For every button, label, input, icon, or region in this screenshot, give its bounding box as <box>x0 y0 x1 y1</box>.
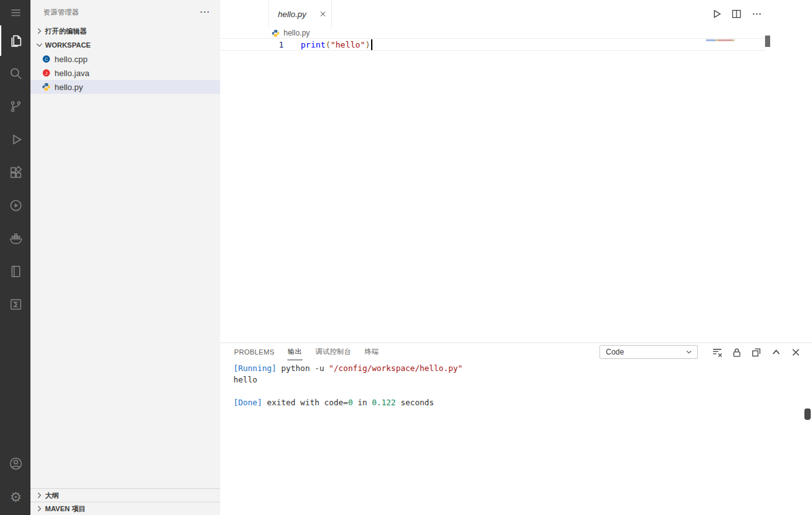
output-line: [Done] exited with code=0 in 0.122 secon… <box>233 397 812 408</box>
breadcrumb: hello.py <box>220 28 812 38</box>
file-row-hello-cpp[interactable]: C hello.cpp <box>30 52 220 66</box>
notebook-icon[interactable] <box>0 256 30 287</box>
cpp-file-icon: C <box>42 55 51 63</box>
output-segment: "/config/workspace/hello.py" <box>329 363 463 373</box>
code-line-1: 1 print("hello") <box>220 38 766 51</box>
svg-text:C: C <box>44 57 48 62</box>
explorer-sidebar: 资源管理器 ⋯ 打开的编辑器 WORKSPACE C hello.cpp J h… <box>30 0 220 515</box>
close-icon[interactable] <box>318 10 327 18</box>
output-line: [Running] python -u "/config/workspace/h… <box>233 363 812 374</box>
output-segment: seconds <box>396 398 434 407</box>
panel-actions <box>711 343 802 361</box>
chevron-down-icon <box>34 40 44 50</box>
minimap <box>706 39 735 41</box>
text-cursor <box>371 39 372 50</box>
file-name: hello.py <box>55 82 83 92</box>
chevron-right-icon <box>34 504 44 514</box>
close-panel-icon[interactable] <box>790 346 802 358</box>
output-line-blank <box>233 386 812 397</box>
output-segment: [Done] <box>233 398 267 407</box>
activity-bar: ⚙ <box>0 0 30 515</box>
output-segment: [Running] <box>233 363 281 373</box>
output-segment: in <box>353 398 372 407</box>
tab-hello-py[interactable]: hello.py <box>268 0 332 28</box>
account-icon[interactable] <box>0 448 30 479</box>
activity-bar-top <box>0 25 30 320</box>
activity-bar-bottom: ⚙ <box>0 448 30 515</box>
bottom-panel: PROBLEMS 输出 调试控制台 终端 Code <box>220 342 812 515</box>
tab-output[interactable]: 输出 <box>287 344 303 360</box>
output-segment: hello <box>233 375 258 384</box>
file-name: hello.cpp <box>55 55 88 64</box>
section-label: 大纲 <box>45 491 59 500</box>
clear-output-icon[interactable] <box>711 346 723 358</box>
code-token: "hello" <box>331 40 365 49</box>
file-name: hello.java <box>55 68 89 78</box>
python-file-icon <box>42 82 51 91</box>
run-circle-icon[interactable] <box>0 190 30 221</box>
split-editor-icon[interactable] <box>731 8 742 20</box>
run-debug-icon[interactable] <box>0 124 30 155</box>
run-icon[interactable] <box>710 8 722 20</box>
panel-scrollbar-thumb[interactable] <box>804 408 811 420</box>
output-segment: python -u <box>281 363 329 373</box>
file-row-hello-py[interactable]: hello.py <box>30 80 220 94</box>
math-icon[interactable] <box>0 289 30 320</box>
file-row-hello-java[interactable]: J hello.java <box>30 66 220 80</box>
docker-icon[interactable] <box>0 223 30 254</box>
output-segment: exited with code= <box>267 398 348 407</box>
code-text: print("hello") <box>301 39 372 50</box>
tab-problems[interactable]: PROBLEMS <box>233 345 275 360</box>
output-channel-select[interactable]: Code <box>599 345 698 359</box>
output-console[interactable]: [Running] python -u "/config/workspace/h… <box>220 361 812 408</box>
section-maven[interactable]: MAVEN 项目 <box>30 502 220 515</box>
extensions-icon[interactable] <box>0 157 30 188</box>
menu-icon[interactable] <box>0 0 30 25</box>
breadcrumb-item[interactable]: hello.py <box>284 29 310 37</box>
source-control-icon[interactable] <box>0 91 30 122</box>
code-token: ) <box>365 40 370 49</box>
svg-text:J: J <box>45 71 48 75</box>
lock-icon[interactable] <box>731 346 743 358</box>
tab-terminal[interactable]: 终端 <box>364 344 380 360</box>
chevron-right-icon <box>34 490 44 500</box>
output-line: hello <box>233 374 812 386</box>
code-token: ( <box>325 40 331 49</box>
output-segment: 0.122 <box>372 398 396 407</box>
maximize-panel-icon[interactable] <box>770 346 782 358</box>
editor-tab-bar: hello.py <box>220 0 812 28</box>
settings-gear-icon[interactable]: ⚙ <box>0 481 30 512</box>
sidebar-title: 资源管理器 <box>43 8 79 17</box>
search-icon[interactable] <box>0 58 30 89</box>
editor-region: hello.py hello.py <box>220 0 812 342</box>
tab-label: hello.py <box>278 10 306 19</box>
section-label: MAVEN 项目 <box>45 504 86 514</box>
panel-tab-bar: PROBLEMS 输出 调试控制台 终端 Code <box>220 343 812 361</box>
tab-debug-console[interactable]: 调试控制台 <box>315 344 352 360</box>
section-label: 打开的编辑器 <box>45 27 87 36</box>
sidebar-bottom-sections: 大纲 MAVEN 项目 <box>30 488 220 515</box>
section-label: WORKSPACE <box>45 41 91 49</box>
line-number: 1 <box>220 40 284 49</box>
open-in-editor-icon[interactable] <box>750 346 763 358</box>
vscode-window: ⚙ 资源管理器 ⋯ 打开的编辑器 WORKSPACE C hello.cpp J… <box>0 0 812 515</box>
section-workspace[interactable]: WORKSPACE <box>30 38 220 52</box>
explorer-icon[interactable] <box>0 25 30 56</box>
section-open-editors[interactable]: 打开的编辑器 <box>30 24 220 38</box>
python-file-icon <box>272 29 280 37</box>
editor-actions <box>710 0 763 28</box>
output-channel-value: Code <box>606 348 624 356</box>
chevron-right-icon <box>34 26 44 36</box>
more-actions-icon[interactable]: ⋯ <box>200 7 210 17</box>
sidebar-header: 资源管理器 ⋯ <box>30 0 220 24</box>
chevron-down-icon <box>684 348 693 356</box>
section-outline[interactable]: 大纲 <box>30 488 220 502</box>
code-token: print <box>301 40 325 49</box>
java-file-icon: J <box>42 68 51 77</box>
editor-scrollbar-thumb[interactable] <box>765 36 770 47</box>
more-actions-icon[interactable] <box>751 8 763 20</box>
